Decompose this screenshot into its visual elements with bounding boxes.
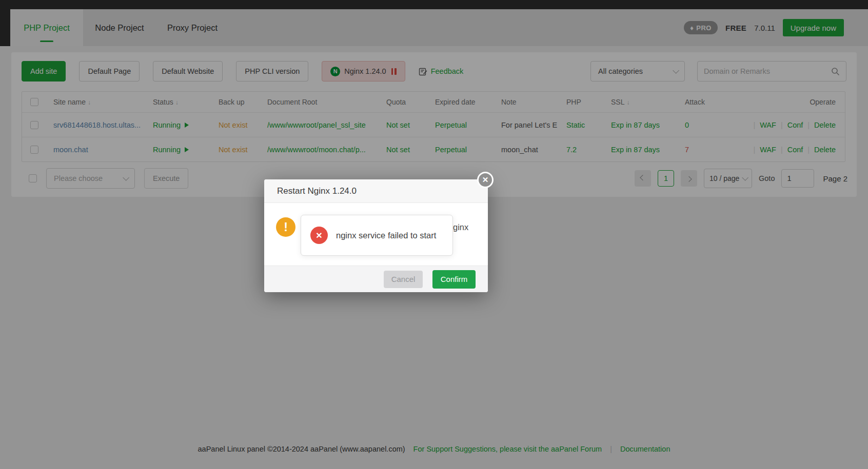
- warning-icon: !: [276, 217, 295, 237]
- error-toast: ✕ nginx service failed to start: [301, 215, 453, 256]
- dialog-header: Restart Nginx 1.24.0: [264, 179, 488, 203]
- confirm-button[interactable]: Confirm: [432, 270, 476, 289]
- dialog-body: ! ginx ✕ nginx service failed to start: [264, 203, 488, 266]
- page: PHP Project Node Project Proxy Project ♦…: [0, 0, 868, 469]
- toast-message: nginx service failed to start: [336, 231, 436, 240]
- restart-nginx-dialog: Restart Nginx 1.24.0 ✕ ! ginx ✕ nginx se…: [264, 179, 488, 292]
- dialog-close-button[interactable]: ✕: [477, 172, 494, 188]
- cancel-button[interactable]: Cancel: [384, 271, 423, 288]
- error-icon: ✕: [310, 227, 328, 244]
- dialog-title: Restart Nginx 1.24.0: [277, 186, 357, 196]
- close-icon: ✕: [482, 175, 489, 185]
- dialog-footer: Cancel Confirm: [264, 266, 488, 292]
- dialog-message-fragment: ginx: [453, 222, 468, 232]
